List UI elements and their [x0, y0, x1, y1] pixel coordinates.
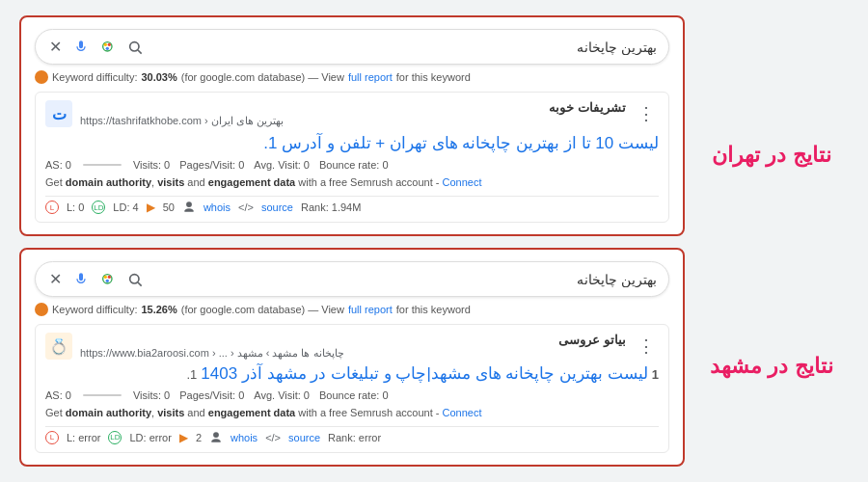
keyword-difficulty-1: Keyword difficulty: 30.03% (for google.c…	[35, 70, 669, 84]
source-link-1[interactable]: source	[261, 201, 293, 213]
close-button-1[interactable]: ✕	[47, 36, 64, 58]
rank-value-2: Rank: error	[328, 432, 381, 443]
more-button-1[interactable]: ⋮	[634, 103, 659, 124]
stat-dash-1	[83, 164, 122, 166]
kd-badge-2	[35, 303, 48, 316]
svg-point-3	[106, 47, 109, 50]
kd-link-suffix-2: for this keyword	[396, 304, 471, 315]
search-button-2[interactable]	[125, 270, 145, 289]
kd-label-2: Keyword difficulty:	[52, 304, 137, 315]
kd-link-suffix-1: for this keyword	[396, 71, 471, 83]
semrush-row-1: Get domain authority, visits and engagem…	[45, 174, 659, 192]
site-info-1: تشریفات خوبه https://tashrifatkhobe.com …	[80, 100, 626, 127]
result-title-2[interactable]: لیست بهترین چاپخانه های مشهد|چاپ و تبلیغ…	[201, 363, 647, 384]
main-container: ✕ Keyword difficulty: 30.03%	[10, 6, 858, 475]
stat-bounce-2: Bounce rate: 0	[319, 389, 389, 401]
search-input-1[interactable]	[152, 40, 657, 55]
svg-point-9	[106, 279, 109, 281]
svg-point-10	[130, 274, 139, 282]
stat-bounce-1: Bounce rate: 0	[319, 159, 389, 171]
semrush-link-1[interactable]: Connect	[442, 176, 481, 188]
search-button-1[interactable]	[125, 38, 145, 57]
site-name-1: تشریفات خوبه	[80, 100, 626, 115]
code-icon-1: </>	[238, 201, 254, 213]
b-value-2: 2	[196, 432, 202, 443]
whois-link-2[interactable]: whois	[231, 432, 258, 443]
site-info-2: بیاتو عروسی https://www.bia2aroosi.com ›…	[80, 333, 626, 360]
code-icon-2: </>	[265, 432, 281, 443]
kd-value-1: 30.03%	[141, 71, 176, 83]
divider-1	[45, 196, 659, 197]
search-bar-1: ✕	[35, 29, 669, 65]
arrow-icon-1: ▶	[147, 201, 155, 214]
svg-point-1	[104, 43, 107, 46]
site-name-2: بیاتو عروسی	[80, 333, 626, 347]
more-button-2[interactable]: ⋮	[634, 335, 659, 357]
kd-link-1[interactable]: full report	[348, 71, 393, 83]
mic-button-1[interactable]	[71, 38, 91, 57]
title-number-suffix: 1.	[186, 367, 197, 382]
l-circle-1: L	[45, 201, 59, 214]
person-icon-2	[209, 431, 223, 444]
svg-line-5	[138, 50, 142, 54]
source-link-2[interactable]: source	[288, 432, 320, 443]
lens-button-2[interactable]	[98, 270, 118, 289]
search-bar-2: ✕	[35, 261, 669, 297]
svg-point-4	[130, 42, 139, 51]
mic-button-2[interactable]	[71, 270, 91, 289]
kd-suffix-1: (for google.com database) — View	[181, 71, 344, 83]
favicon-2: 💍	[45, 333, 72, 360]
result-number-2: 1	[652, 367, 659, 382]
site-url-2: https://www.bia2aroosi.com › ... › چاپخا…	[80, 347, 626, 360]
lens-button-1[interactable]	[98, 38, 118, 57]
close-button-2[interactable]: ✕	[47, 268, 64, 290]
result-item-1: ⋮ تشریفات خوبه https://tashrifatkhobe.co…	[35, 92, 669, 223]
stat-as-1: AS: 0	[45, 159, 71, 171]
site-url-1: https://tashrifatkhobe.com › بهترین های …	[80, 115, 626, 127]
svg-point-2	[108, 43, 111, 46]
label-tehran: نتایج در تهران	[712, 139, 830, 171]
kd-label-1: Keyword difficulty:	[52, 71, 137, 83]
person-icon-1	[182, 201, 196, 214]
result-box-mashhad: ✕ Keyword difficulty: 15.26%	[19, 248, 685, 467]
footer-stats-2: L L: error LD LD: error ▶ 2 whois </> so…	[45, 431, 659, 444]
rank-value-1: Rank: 1.94M	[301, 201, 361, 213]
semrush-link-2[interactable]: Connect	[442, 407, 481, 418]
ld-value-2: LD: error	[129, 432, 171, 443]
labels-column: نتایج در تهران نتایج در مشهد	[694, 15, 849, 466]
result-item-2: ⋮ بیاتو عروسی https://www.bia2aroosi.com…	[35, 324, 669, 453]
divider-2	[45, 426, 659, 427]
ld-circle-1: LD	[92, 201, 105, 214]
stat-visits-2: Visits: 0	[133, 389, 170, 401]
stat-visits-1: Visits: 0	[133, 159, 170, 171]
kd-link-2[interactable]: full report	[348, 304, 393, 315]
kd-value-2: 15.26%	[141, 304, 176, 315]
semrush-row-2: Get domain authority, visits and engagem…	[45, 405, 659, 422]
kd-badge-1	[35, 70, 48, 84]
results-column: ✕ Keyword difficulty: 30.03%	[19, 15, 685, 466]
stat-dash-2	[83, 394, 122, 396]
svg-point-7	[104, 275, 107, 278]
l-value-1: L: 0	[67, 201, 84, 213]
whois-link-1[interactable]: whois	[203, 201, 231, 213]
svg-line-11	[138, 282, 142, 286]
search-bar-icons-1: ✕	[47, 36, 145, 58]
l-circle-2: L	[45, 431, 59, 444]
svg-point-8	[108, 275, 111, 278]
b-value-1: 50	[163, 201, 175, 213]
result-stats-2: AS: 0 Visits: 0 Pages/Visit: 0 Avg. Visi…	[45, 389, 659, 401]
result-title-1[interactable]: لیست 10 تا از بهترین چاپخانه های تهران +…	[45, 133, 659, 153]
stat-as-2: AS: 0	[45, 389, 71, 401]
result-stats-1: AS: 0 Visits: 0 Pages/Visit: 0 Avg. Visi…	[45, 159, 659, 171]
label-mashhad: نتایج در مشهد	[710, 350, 832, 382]
kd-suffix-2: (for google.com database) — View	[181, 304, 344, 315]
stat-pages-1: Pages/Visit: 0	[179, 159, 244, 171]
search-bar-icons-2: ✕	[47, 268, 145, 290]
search-input-2[interactable]	[152, 272, 657, 287]
result-header-2: ⋮ بیاتو عروسی https://www.bia2aroosi.com…	[45, 333, 659, 360]
ld-value-1: LD: 4	[113, 201, 138, 213]
stat-pages-2: Pages/Visit: 0	[179, 389, 244, 401]
favicon-1: ت	[45, 100, 72, 127]
l-value-2: L: error	[67, 432, 100, 443]
stat-avg-1: Avg. Visit: 0	[254, 159, 310, 171]
